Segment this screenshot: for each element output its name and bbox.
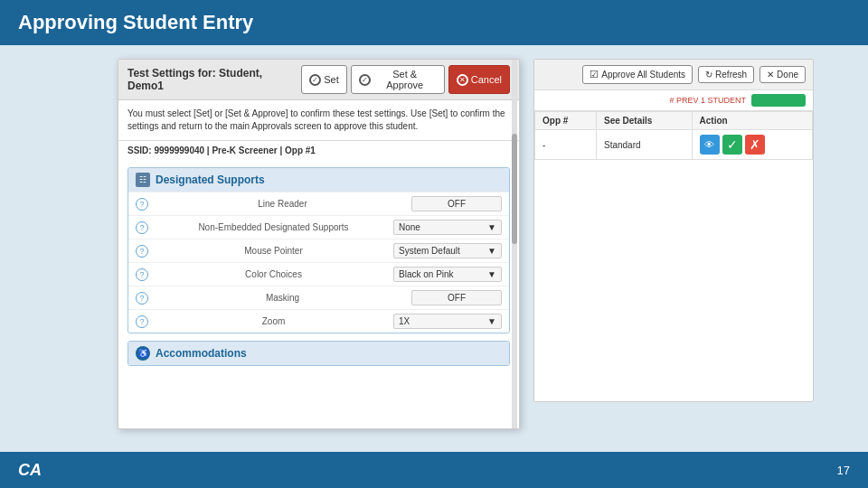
dropdown-arrow-icon: ▼ [487,222,496,232]
col-see-details: See Details [596,112,692,130]
scrollbar[interactable] [512,60,517,428]
accessibility-icon: ♿ [136,346,150,361]
set-approve-button[interactable]: ✓ Set & Approve [351,65,445,94]
page-number: 17 [837,464,850,477]
help-icon-4[interactable]: ? [136,268,148,281]
modal-header: Test Settings for: Student, Demo1 ✓ Set … [118,60,519,100]
modal-actions: ✓ Set ✓ Set & Approve ✕ Cancel [301,65,510,94]
action-group: 👁 ✓ ✗ [700,135,805,155]
setting-row-line-reader: ? Line Reader OFF [128,192,509,215]
setting-row-masking: ? Masking OFF [128,286,509,309]
dropdown-arrow-icon2: ▼ [487,246,496,256]
table-row: - Standard 👁 ✓ ✗ [535,130,813,160]
non-embedded-select[interactable]: None ▼ [393,220,502,235]
footer: CA 17 [0,452,868,488]
designated-supports-section: ☷ Designated Supports ? Line Reader OFF … [127,167,510,333]
view-button[interactable]: 👁 [700,135,720,155]
modal-panel: Test Settings for: Student, Demo1 ✓ Set … [118,59,520,429]
setting-row-non-embedded: ? Non-Embedded Designated Supports None … [128,215,509,239]
modal-title: Test Settings for: Student, Demo1 [127,67,301,92]
color-choices-select[interactable]: Black on Pink ▼ [393,267,502,282]
setting-row-mouse-pointer: ? Mouse Pointer System Default ▼ [128,239,509,262]
filter-text: # PREV 1 STUDENT [669,96,746,105]
setting-row-zoom: ? Zoom 1X ▼ [128,309,509,333]
cell-details: Standard [596,130,692,160]
help-icon-3[interactable]: ? [136,245,148,258]
filter-badge [751,94,806,107]
dropdown-arrow-icon3: ▼ [487,269,496,279]
col-action: Action [692,112,812,130]
check-icon: ✓ [309,74,321,86]
zoom-select[interactable]: 1X ▼ [393,314,502,329]
main-content: ☑ Approve All Students ↻ Refresh ✕ Done … [0,45,868,452]
section-header-designated: ☷ Designated Supports [128,168,509,192]
footer-logo: CA [18,461,42,480]
mouse-pointer-select[interactable]: System Default ▼ [393,243,502,258]
x-icon: ✕ [457,74,468,86]
help-icon-6[interactable]: ? [136,315,148,328]
filter-bar: # PREV 1 STUDENT [534,90,813,111]
col-opp: Opp # [535,112,597,130]
check-circle-icon: ☑ [590,69,599,80]
dropdown-arrow-icon4: ▼ [487,316,496,326]
designated-supports-label: Designated Supports [156,174,265,186]
modal-notice: You must select [Set] or [Set & Approve]… [118,100,519,141]
help-icon-2[interactable]: ? [136,221,148,234]
page-title: Approving Student Entry [18,11,253,34]
cell-action: 👁 ✓ ✗ [692,130,812,160]
page-header: Approving Student Entry [0,0,868,45]
accommodations-header: ♿ Accommodations [128,342,509,365]
accommodations-section: ♿ Accommodations [127,341,510,366]
x-circle-icon: ✕ [767,70,774,80]
ssid-line: SSID: 9999999040 | Pre-K Screener | Opp … [118,141,519,160]
accommodations-label: Accommodations [156,347,247,360]
help-icon-1[interactable]: ? [136,198,148,211]
students-table: Opp # See Details Action - Standard 👁 ✓ … [534,111,813,160]
approve-all-button[interactable]: ☑ Approve All Students [582,65,693,84]
refresh-icon: ↻ [705,70,712,80]
cell-opp: - [535,130,597,160]
scrollbar-thumb[interactable] [512,134,517,244]
set-button[interactable]: ✓ Set [301,65,347,94]
approve-button[interactable]: ✓ [722,135,742,155]
right-panel-toolbar: ☑ Approve All Students ↻ Refresh ✕ Done [534,60,813,90]
check-icon2: ✓ [359,74,371,86]
done-button[interactable]: ✕ Done [760,66,806,83]
cancel-button[interactable]: ✕ Cancel [448,65,510,94]
reject-button[interactable]: ✗ [745,135,765,155]
right-panel: ☑ Approve All Students ↻ Refresh ✕ Done … [533,59,814,402]
refresh-button[interactable]: ↻ Refresh [698,66,754,83]
grid-icon: ☷ [136,173,150,187]
setting-row-color-choices: ? Color Choices Black on Pink ▼ [128,262,509,286]
help-icon-5[interactable]: ? [136,292,148,305]
